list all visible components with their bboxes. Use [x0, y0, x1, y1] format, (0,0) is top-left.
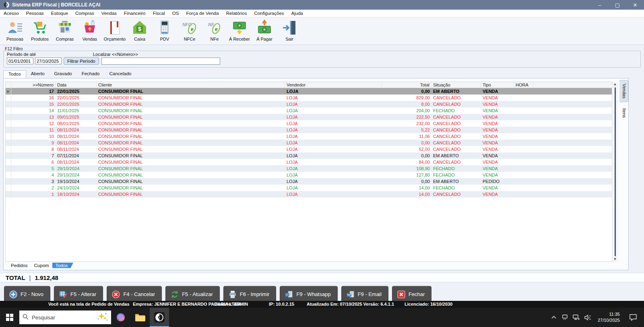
toolbar-button-vendas[interactable]: Vendas: [77, 19, 102, 41]
col-header-total[interactable]: Total: [382, 82, 431, 88]
table-row[interactable]: ▸1722/01/2025CONSUMIDOR FINALLOJA0,00EM …: [6, 88, 616, 95]
table-row[interactable]: 608/11/2024CONSUMIDOR FINALLOJA84,00CANC…: [6, 159, 616, 165]
cell-tipo: VENDA: [481, 160, 514, 165]
cell-total: 14,00: [382, 192, 431, 197]
scroll-up-icon[interactable]: ▲: [613, 82, 617, 86]
menu-item-configurações[interactable]: Configurações: [250, 10, 287, 17]
toolbar-button-produtos[interactable]: Produtos: [27, 19, 52, 41]
vertical-scrollbar[interactable]: ▲ ▼: [612, 82, 618, 262]
col-header-data[interactable]: Data: [56, 82, 97, 88]
date-to-input[interactable]: [35, 58, 62, 64]
menu-item-pessoas[interactable]: Pessoas: [23, 10, 47, 17]
table-row[interactable]: 908/11/2024CONSUMIDOR FINALLOJA0,00CANCE…: [6, 140, 616, 146]
table-row[interactable]: 1622/01/2025CONSUMIDOR FINALLOJA829,00CA…: [6, 95, 616, 101]
toolbar-button-orçamento[interactable]: Orçamento: [102, 19, 127, 41]
action-button-f5-atualizar[interactable]: F5 - Atualizar: [165, 286, 220, 302]
filter-period-button[interactable]: Filtrar Período: [64, 57, 99, 65]
toolbar-button-á-receber[interactable]: Á Receber: [227, 19, 252, 41]
action-button-f9-whatsapp[interactable]: F9 - Whatsapp: [280, 286, 337, 302]
action-button-f5-alterar[interactable]: F5 - Alterar: [54, 286, 103, 302]
menu-item-acesso[interactable]: Acesso: [0, 10, 23, 17]
menu-item-os[interactable]: OS: [169, 10, 183, 17]
toolbar-button-sair[interactable]: Sair: [277, 19, 302, 41]
menu-item-compras[interactable]: Compras: [72, 10, 98, 17]
table-row[interactable]: 707/11/2024CONSUMIDOR FINALLOJA0,00EM AB…: [6, 152, 616, 159]
tab-todos[interactable]: Todos: [3, 70, 26, 78]
cell-cliente: CONSUMIDOR FINAL: [97, 140, 285, 145]
toolbar-button-compras[interactable]: Compras: [52, 19, 77, 41]
toolbar-button-caixa[interactable]: $Caixa: [127, 19, 152, 41]
minimize-button[interactable]: –: [591, 0, 609, 10]
statusbar-context: Você está na tela de Pedido de Vendas: [48, 302, 130, 306]
row-indicator: [6, 101, 11, 107]
table-row[interactable]: 1008/11/2024CONSUMIDOR FINALLOJA11,06CAN…: [6, 133, 616, 140]
cell-situacao: CANCELADO: [431, 134, 481, 139]
table-row[interactable]: 808/11/2024CONSUMIDOR FINALLOJA52,00CANC…: [6, 146, 616, 152]
taskbar-search[interactable]: Pesquisar: [19, 311, 111, 324]
cell-cliente: CONSUMIDOR FINAL: [97, 128, 285, 132]
menu-item-financeiro[interactable]: Financeiro: [120, 10, 149, 17]
menu-item-vendas[interactable]: Vendas: [98, 10, 120, 17]
side-tab-itens[interactable]: Itens: [619, 105, 628, 121]
table-row[interactable]: 1208/01/2025CONSUMIDOR FINALLOJA232,00CA…: [6, 120, 616, 127]
tab-aberto[interactable]: Aberto: [26, 70, 50, 78]
table-row[interactable]: 529/10/2024CONSUMIDOR FINALLOJA108,90FEC…: [6, 165, 616, 172]
table-row[interactable]: 1309/01/2025CONSUMIDOR FINALLOJA222,50CA…: [6, 114, 616, 120]
menu-item-força-de-venda[interactable]: Força de Venda: [182, 10, 222, 17]
menu-item-fiscal[interactable]: Fiscal: [149, 10, 169, 17]
menu-item-estoque[interactable]: Estoque: [47, 10, 72, 17]
side-tab-vendas[interactable]: Vendas: [619, 80, 628, 102]
toolbar-button-pdv[interactable]: PDV: [152, 19, 177, 41]
tray-network-icon[interactable]: [573, 314, 580, 321]
col-header-cliente[interactable]: Cliente: [97, 82, 285, 88]
table-row[interactable]: 1522/01/2025CONSUMIDOR FINALLOJA8,00CANC…: [6, 101, 616, 107]
tab-gravado[interactable]: Gravado: [50, 70, 77, 78]
col-header-tipo[interactable]: Tipo: [481, 82, 514, 88]
menu-item-relatórios[interactable]: Relatórios: [223, 10, 251, 17]
action-button-f9-email[interactable]: F9 - Email: [341, 286, 388, 302]
toolbar-button-á-pagar[interactable]: Á Pagar: [252, 19, 277, 41]
search-number-input[interactable]: [101, 58, 220, 65]
copilot-icon[interactable]: [111, 308, 130, 327]
taskbar-clock[interactable]: 11:35 27/10/2025: [595, 311, 622, 323]
bottom-tab-cupom[interactable]: Cupom: [31, 263, 52, 268]
file-explorer-icon[interactable]: [130, 308, 150, 327]
date-from-input[interactable]: [7, 58, 33, 64]
col-header-numero[interactable]: >>Número: [11, 82, 56, 88]
action-button-f6-imprimir[interactable]: F6 - Imprimir: [223, 286, 277, 302]
col-header-hora[interactable]: HORA: [514, 82, 533, 88]
action-button-label: F9 - Whatsapp: [296, 291, 330, 297]
toolbar-button-nfe[interactable]: NFeNFe: [202, 19, 227, 41]
cell-data: 08/11/2024: [56, 134, 97, 139]
maximize-button[interactable]: ▢: [609, 0, 626, 10]
action-button-fechar[interactable]: Fechar: [392, 286, 431, 302]
table-row[interactable]: 224/10/2024CONSUMIDOR FINALLOJA14,00FECH…: [6, 185, 616, 191]
col-header-situacao[interactable]: Situação: [431, 82, 481, 88]
tab-fechado[interactable]: Fechado: [77, 70, 105, 78]
table-row[interactable]: 1108/11/2024CONSUMIDOR FINALLOJA5,22CANC…: [6, 127, 616, 133]
menu-item-ajuda[interactable]: Ajuda: [288, 10, 307, 17]
bottom-tab-pedidos[interactable]: Pedidos: [8, 263, 31, 268]
col-header-vendedor[interactable]: Vendedor: [285, 82, 382, 88]
tray-chevron-up-icon[interactable]: [550, 314, 557, 321]
toolbar-button-pessoas[interactable]: Pessoas: [2, 19, 27, 41]
table-row[interactable]: 1411/01/2025CONSUMIDOR FINALLOJA204,00FE…: [6, 107, 616, 114]
scroll-thumb[interactable]: [615, 87, 616, 256]
bottom-tab-todos[interactable]: Todos: [52, 263, 74, 268]
table-row[interactable]: 118/10/2024CONSUMIDOR FINALLOJA14,00CANC…: [6, 191, 616, 197]
scroll-down-icon[interactable]: ▼: [613, 257, 617, 261]
tray-sync-icon[interactable]: [561, 314, 569, 321]
cell-cliente: CONSUMIDOR FINAL: [97, 147, 285, 152]
toolbar-button-label: Á Receber: [229, 37, 250, 41]
table-row[interactable]: 319/10/2024CONSUMIDOR FINALLOJA0,00EM AB…: [6, 178, 616, 185]
tab-cancelado[interactable]: Cancelado: [104, 70, 136, 78]
toolbar-button-nfce[interactable]: NFCeNFCe: [177, 19, 202, 41]
tray-speaker-icon[interactable]: [584, 314, 591, 321]
close-button[interactable]: ✕: [626, 0, 644, 10]
start-button[interactable]: [0, 308, 19, 327]
notification-center-icon[interactable]: [626, 314, 640, 321]
action-button-f4-cancelar[interactable]: F4 - Cancelar: [107, 286, 162, 302]
table-row[interactable]: 429/10/2024CONSUMIDOR FINALLOJA127,80FEC…: [6, 172, 616, 178]
action-button-f2-novo[interactable]: F2 - Novo: [4, 286, 50, 302]
erp-app-icon[interactable]: [150, 308, 169, 327]
